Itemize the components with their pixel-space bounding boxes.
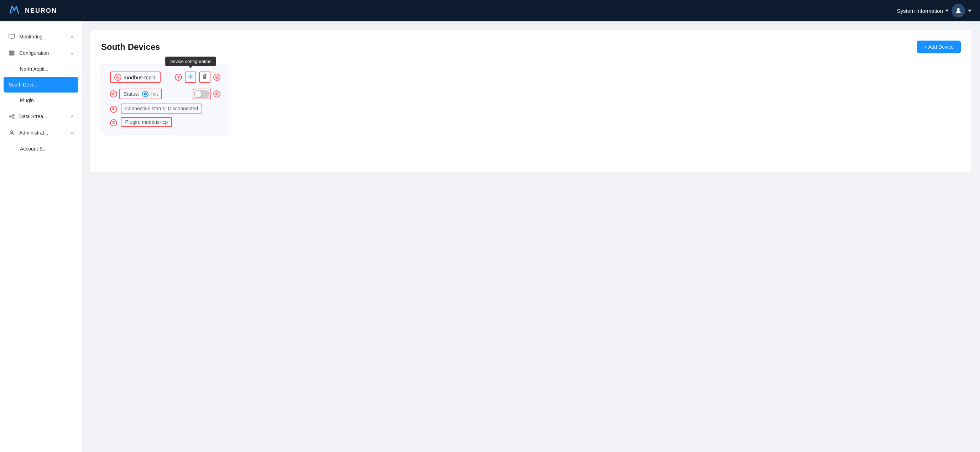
user-chevron-icon[interactable]: [968, 10, 972, 12]
app-layout: Monitoring ∨ Configuration ∧ North Appli…: [0, 21, 980, 452]
annotation-5: ⑤: [213, 90, 220, 98]
annotation-6: ⑥: [110, 106, 117, 113]
svg-rect-3: [9, 53, 14, 53]
toggle-box: [192, 89, 211, 99]
logo-section: NEURON: [8, 3, 57, 18]
admin-icon: [8, 130, 15, 136]
sidebar-item-monitoring[interactable]: Monitoring ∨: [0, 29, 82, 45]
plugin-label: Plugin:: [125, 119, 140, 125]
device-header-row: ① modbus-tcp-1 ② Device configuration: [110, 71, 220, 83]
system-info-button[interactable]: System Information: [897, 8, 949, 14]
svg-point-5: [10, 51, 11, 52]
administration-label: Administrat...: [19, 130, 66, 136]
monitoring-label: Monitoring: [19, 34, 66, 40]
svg-point-0: [957, 8, 960, 11]
user-avatar[interactable]: [951, 4, 965, 17]
annotation-3: ③: [213, 74, 220, 81]
sidebar-item-south-devi[interactable]: South Devi...: [3, 77, 78, 92]
connection-value: Disconnected: [168, 106, 198, 111]
data-stream-icon: [8, 113, 15, 120]
data-stream-label: Data Strea...: [19, 114, 66, 119]
svg-point-6: [13, 53, 14, 54]
device-config-tooltip: Device configuration: [165, 57, 216, 66]
toggle-knob: [195, 91, 201, 97]
system-info-label: System Information: [897, 8, 943, 14]
svg-point-8: [9, 116, 11, 117]
sidebar-item-configuration[interactable]: Configuration ∧: [0, 45, 82, 61]
connection-label: Connection status:: [125, 106, 166, 111]
device-card: ① modbus-tcp-1 ② Device configuration: [101, 64, 229, 135]
sidebar-item-account-settings[interactable]: Account S...: [0, 141, 82, 157]
sidebar-item-plugin[interactable]: Plugin: [0, 92, 82, 108]
svg-rect-2: [9, 51, 14, 52]
add-device-button[interactable]: + Add Device: [917, 41, 961, 53]
device-enable-toggle[interactable]: [194, 90, 210, 98]
sidebar-item-data-stream[interactable]: Data Strea... ∨: [0, 108, 82, 125]
content-header: South Devices + Add Device: [101, 41, 961, 53]
content-card: South Devices + Add Device ① modbus-tcp-…: [91, 30, 972, 172]
sidebar: Monitoring ∨ Configuration ∧ North Appli…: [0, 21, 82, 452]
monitoring-chevron-icon: ∨: [70, 35, 73, 39]
svg-point-10: [13, 117, 14, 119]
app-header: NEURON System Information: [0, 0, 980, 21]
svg-point-11: [11, 131, 13, 133]
status-row: ④ Status: Init: [110, 89, 220, 99]
administration-chevron-icon: ∧: [70, 131, 73, 135]
svg-point-9: [13, 114, 14, 116]
annotation-4: ④: [110, 90, 117, 98]
device-name: modbus-tcp-1: [124, 75, 156, 81]
gear-icon: [187, 73, 194, 81]
svg-rect-1: [9, 34, 14, 38]
config-icon: [8, 50, 15, 56]
plugin-value: modbus-tcp: [142, 119, 168, 125]
svg-point-12: [190, 76, 192, 78]
sidebar-item-north-appli[interactable]: North Appli...: [0, 61, 82, 77]
svg-point-7: [11, 54, 12, 56]
annotation-7: ⑦: [110, 119, 117, 126]
connection-row: ⑥ Connection status: Disconnected: [110, 103, 220, 114]
device-actions: ② Device configuration: [175, 71, 220, 83]
status-label: Status:: [124, 91, 139, 97]
plugin-nav-label: Plugin: [20, 98, 73, 103]
device-name-box: ① modbus-tcp-1: [110, 71, 161, 83]
status-box: Status: Init: [119, 89, 162, 99]
south-devi-label: South Devi...: [8, 82, 73, 87]
plugin-row: ⑦ Plugin: modbus-tcp: [110, 117, 220, 127]
system-info-chevron-icon: [945, 10, 949, 12]
north-appli-label: North Appli...: [20, 66, 73, 72]
monitor-icon: [8, 33, 15, 40]
sidebar-item-administration[interactable]: Administrat... ∧: [0, 125, 82, 141]
svg-rect-4: [9, 54, 14, 55]
logo-text: NEURON: [25, 7, 57, 14]
delete-device-button[interactable]: [199, 71, 210, 83]
status-value: Init: [151, 91, 158, 97]
trash-icon: [202, 73, 208, 81]
gear-btn-wrapper: Device configuration: [185, 71, 196, 83]
device-config-button[interactable]: [185, 71, 196, 83]
data-stream-chevron-icon: ∨: [70, 114, 73, 119]
configuration-label: Configuration: [19, 50, 66, 56]
configuration-chevron-icon: ∧: [70, 51, 73, 56]
page-title: South Devices: [101, 42, 160, 52]
logo-icon: [8, 3, 21, 18]
annotation-1: ①: [114, 74, 121, 81]
account-settings-label: Account S...: [20, 146, 73, 152]
annotation-2: ②: [175, 74, 182, 81]
connection-status-box: Connection status: Disconnected: [121, 103, 202, 114]
plugin-box: Plugin: modbus-tcp: [121, 117, 172, 127]
main-content: South Devices + Add Device ① modbus-tcp-…: [82, 21, 980, 452]
status-dot-icon: [142, 91, 148, 97]
header-right: System Information: [897, 4, 972, 17]
